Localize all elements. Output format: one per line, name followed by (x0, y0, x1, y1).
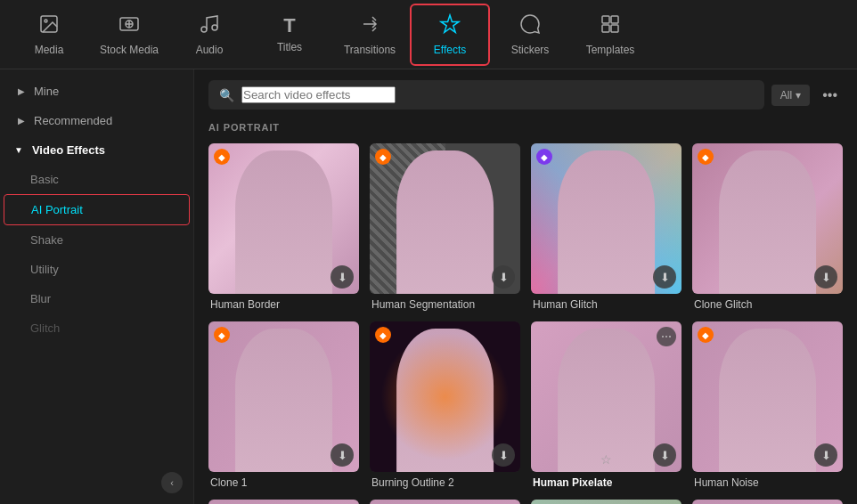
effect-card-human-segmentation[interactable]: ◆ ⬇ Human Segmentation (370, 143, 520, 311)
transitions-icon (359, 13, 380, 38)
download-burning-outline[interactable]: ⬇ (492, 443, 515, 467)
sidebar-label-ai-portrait: AI Portrait (31, 203, 83, 216)
download-clone-glitch[interactable]: ⬇ (814, 265, 837, 289)
svg-point-1 (45, 20, 47, 22)
chevron-down-icon-filter: ▾ (796, 89, 801, 102)
effect-thumb-neon-ring: ◆ ⬇ (370, 500, 520, 504)
svg-rect-6 (602, 16, 609, 23)
effect-thumb-human-glitch: ◆ ⬇ (531, 143, 682, 294)
collapse-icon: ‹ (170, 477, 174, 488)
action-human-pixelate[interactable]: ⋯ (657, 327, 676, 346)
download-human-border[interactable]: ⬇ (331, 265, 354, 289)
sidebar-item-mine[interactable]: ▶ Mine (4, 77, 190, 106)
svg-rect-9 (611, 25, 618, 32)
more-options-button[interactable]: ••• (817, 85, 843, 105)
audio-icon (199, 13, 220, 38)
sidebar-collapse-button[interactable]: ‹ (161, 472, 183, 493)
filter-button[interactable]: All ▾ (771, 85, 810, 106)
download-human-noise[interactable]: ⬇ (814, 443, 837, 467)
sidebar-item-video-effects[interactable]: ▼ Video Effects (4, 135, 190, 165)
effect-card-neon-ring[interactable]: ◆ ⬇ Neon Ring 2 (370, 500, 520, 504)
effect-thumb-clone-glitch: ◆ ⬇ (692, 143, 843, 294)
download-human-glitch[interactable]: ⬇ (653, 265, 676, 289)
search-wrapper: 🔍 All ▾ ••• (208, 80, 843, 110)
effect-thumb-burning-outline: ◆ ⬇ (370, 321, 520, 472)
templates-icon (600, 13, 621, 38)
effect-card-human-pixelate[interactable]: ⋯ ☆ ⬇ Human Pixelate (531, 321, 682, 489)
nav-item-transitions[interactable]: Transitions (330, 4, 410, 66)
filter-label: All (780, 89, 792, 102)
nav-item-stock-media[interactable]: Stock Media (89, 4, 169, 66)
nav-item-media[interactable]: Media (9, 4, 89, 66)
effect-card-burning-outline[interactable]: ◆ ⬇ Burning Outline 2 (370, 321, 520, 489)
sidebar-item-shake[interactable]: Shake (4, 225, 190, 255)
sidebar-label-basic: Basic (30, 173, 59, 186)
effect-name-human-pixelate: Human Pixelate (531, 476, 682, 489)
effect-card-human-border[interactable]: ◆ ⬇ Human Border (208, 143, 359, 311)
sidebar-label-utility: Utility (30, 263, 59, 276)
sidebar-item-blur[interactable]: Blur (4, 284, 190, 313)
sidebar-item-basic[interactable]: Basic (4, 165, 190, 194)
nav-label-media: Media (35, 44, 64, 56)
effect-card-clone-glitch[interactable]: ◆ ⬇ Clone Glitch (692, 143, 843, 311)
effect-card-lightning-1[interactable]: ◆ ⬇ Lightning Flash 1 (531, 500, 682, 504)
chevron-right-icon-2: ▶ (18, 116, 25, 126)
stock-media-icon (118, 13, 140, 38)
sidebar-label-recommended: Recommended (34, 114, 112, 127)
nav-item-effects[interactable]: Effects (410, 4, 490, 66)
sidebar-label-blur: Blur (30, 292, 51, 305)
svg-point-4 (201, 27, 207, 32)
main-layout: ▶ Mine ▶ Recommended ▼ Video Effects Bas… (0, 69, 857, 504)
badge-clone-glitch: ◆ (698, 149, 714, 165)
badge-human-seg: ◆ (375, 149, 391, 165)
effect-name-human-glitch: Human Glitch (531, 298, 682, 311)
top-nav: Media Stock Media Audio T Titles Transit… (0, 0, 857, 69)
badge-human-glitch: ◆ (536, 149, 552, 165)
effect-card-lightning-2[interactable]: ◆ ⬇ Lightning Flash 2 (692, 500, 843, 504)
sidebar-label-glitch: Glitch (30, 321, 60, 335)
effect-card-clone-1[interactable]: ◆ ⬇ Clone 1 (208, 321, 359, 489)
effect-card-human-glitch[interactable]: ◆ ⬇ Human Glitch (531, 143, 682, 311)
effect-thumb-neon-flow: ◆ ⬇ (208, 500, 359, 504)
nav-item-audio[interactable]: Audio (169, 4, 249, 66)
effect-thumb-human-pixelate: ⋯ ☆ ⬇ (531, 321, 682, 472)
badge-human-noise: ◆ (698, 327, 714, 343)
more-options-icon: ••• (822, 87, 837, 102)
nav-label-effects: Effects (434, 44, 466, 56)
download-human-seg[interactable]: ⬇ (492, 265, 515, 289)
content-area: 🔍 All ▾ ••• AI PORTRAIT ◆ ⬇ (194, 69, 857, 504)
badge-burning-outline: ◆ (375, 327, 391, 343)
search-icon: 🔍 (219, 88, 234, 102)
media-icon (38, 13, 60, 38)
star-icon: ☆ (600, 452, 612, 467)
badge-human-border: ◆ (214, 149, 230, 165)
effect-card-neon-flow[interactable]: ◆ ⬇ Neon Flow 4 (208, 500, 359, 504)
sidebar-label-shake: Shake (30, 233, 63, 247)
nav-item-titles[interactable]: T Titles (249, 4, 330, 66)
effect-card-human-noise[interactable]: ◆ ⬇ Human Noise (692, 321, 843, 489)
nav-label-audio: Audio (196, 44, 224, 56)
svg-rect-8 (602, 25, 609, 32)
sidebar-item-glitch[interactable]: Glitch (4, 313, 190, 343)
sidebar-label-mine: Mine (34, 85, 59, 98)
search-input[interactable] (241, 86, 396, 103)
sidebar-item-utility[interactable]: Utility (4, 255, 190, 284)
effect-thumb-lightning-1: ◆ ⬇ (531, 500, 682, 504)
effect-name-burning-outline: Burning Outline 2 (370, 476, 520, 489)
titles-icon: T (283, 16, 295, 36)
download-human-pixelate[interactable]: ⬇ (653, 443, 676, 467)
sidebar: ▶ Mine ▶ Recommended ▼ Video Effects Bas… (0, 69, 194, 504)
sidebar-item-ai-portrait[interactable]: AI Portrait (4, 194, 190, 225)
nav-label-stickers: Stickers (511, 44, 550, 56)
section-title: AI PORTRAIT (208, 122, 843, 133)
nav-item-templates[interactable]: Templates (570, 4, 650, 66)
nav-item-stickers[interactable]: Stickers (490, 4, 570, 66)
nav-label-titles: Titles (277, 41, 302, 53)
nav-label-templates: Templates (586, 44, 635, 56)
nav-label-stock-media: Stock Media (100, 44, 159, 56)
chevron-right-icon: ▶ (18, 86, 25, 96)
svg-rect-7 (611, 16, 618, 23)
effect-thumb-lightning-2: ◆ ⬇ (692, 500, 843, 504)
download-clone-1[interactable]: ⬇ (331, 443, 354, 467)
sidebar-item-recommended[interactable]: ▶ Recommended (4, 106, 190, 135)
